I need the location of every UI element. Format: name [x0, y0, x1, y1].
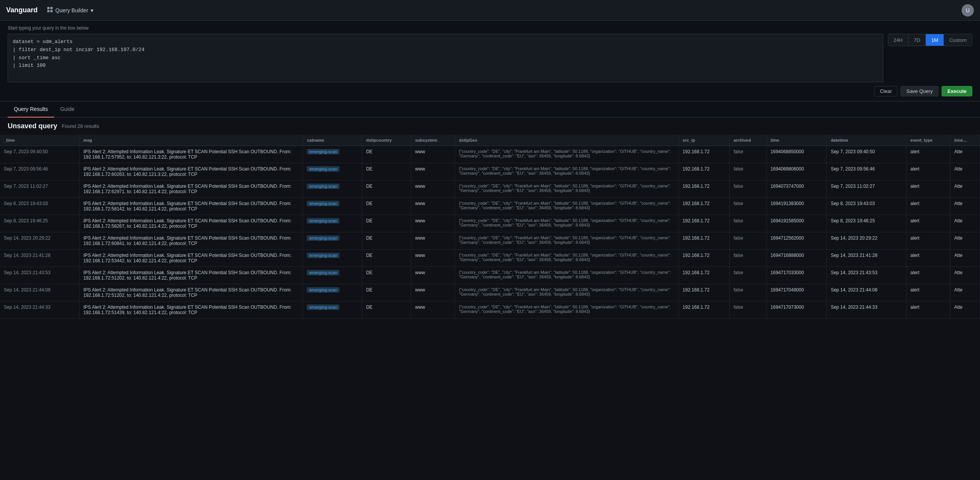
- time-range-buttons: 24H 7D 1M Custom: [888, 34, 972, 46]
- cell-archived: false: [730, 284, 766, 301]
- cell-catname: emerging-scan: [303, 163, 362, 180]
- tab-query-results[interactable]: Query Results: [8, 101, 54, 118]
- clear-button[interactable]: Clear: [874, 86, 897, 96]
- execute-button[interactable]: Execute: [942, 86, 972, 96]
- svg-rect-3: [50, 10, 53, 12]
- table-row[interactable]: Sep 7, 2023 09:40:50 IPS Alert 2: Attemp…: [0, 146, 980, 163]
- table-row[interactable]: Sep 14, 2023 21:41:28 IPS Alert 2: Attem…: [0, 249, 980, 266]
- cell-time2: 1694717073000: [766, 301, 827, 318]
- table-row[interactable]: Sep 14, 2023 21:44:08 IPS Alert 2: Attem…: [0, 284, 980, 301]
- time-btn-7d[interactable]: 7D: [909, 34, 926, 46]
- table-row[interactable]: Sep 14, 2023 21:44:33 IPS Alert 2: Attem…: [0, 301, 980, 318]
- cell-archived: false: [730, 232, 766, 249]
- table-row[interactable]: Sep 8, 2023 19:43:03 IPS Alert 2: Attemp…: [0, 197, 980, 215]
- cell-geo: {"country_code": "DE", "city": "Frankfur…: [455, 180, 679, 197]
- action-row: Clear Save Query Execute: [8, 86, 972, 96]
- cell-time2: 1694073747000: [766, 180, 827, 197]
- cell-event-type: alert: [906, 232, 950, 249]
- time-btn-custom[interactable]: Custom: [944, 34, 972, 46]
- table-row[interactable]: Sep 14, 2023 20:29:22 IPS Alert 2: Attem…: [0, 232, 980, 249]
- col-msg: msg: [79, 135, 303, 146]
- cell-msg: IPS Alert 2: Attempted Information Leak.…: [79, 232, 303, 249]
- cell-msg: IPS Alert 2: Attempted Information Leak.…: [79, 215, 303, 232]
- cell-subsystem: www: [411, 249, 455, 266]
- col-dstipgeo: dstipGeo: [455, 135, 679, 146]
- cell-time: Sep 8, 2023 19:43:03: [0, 197, 79, 215]
- results-table-wrapper: _time msg catname dstipcountry subsystem…: [0, 135, 980, 319]
- cell-geo: {"country_code": "DE", "city": "Frankfur…: [455, 163, 679, 180]
- cell-inne: Atte: [950, 163, 980, 180]
- chevron-down-icon: ▾: [91, 7, 93, 13]
- cell-inne: Atte: [950, 301, 980, 318]
- cell-archived: false: [730, 301, 766, 318]
- cell-msg: IPS Alert 2: Attempted Information Leak.…: [79, 284, 303, 301]
- cell-subsystem: www: [411, 163, 455, 180]
- col-time: _time: [0, 135, 79, 146]
- top-nav: Vanguard Query Builder ▾ U: [0, 0, 980, 21]
- cell-msg: IPS Alert 2: Attempted Information Leak.…: [79, 301, 303, 318]
- cell-src-ip: 192.168.1.72: [679, 163, 730, 180]
- col-time2: time: [766, 135, 827, 146]
- cell-geo: {"country_code": "DE", "city": "Frankfur…: [455, 232, 679, 249]
- table-row[interactable]: Sep 7, 2023 11:02:27 IPS Alert 2: Attemp…: [0, 180, 980, 197]
- cell-msg: IPS Alert 2: Attempted Information Leak.…: [79, 180, 303, 197]
- time-btn-1m[interactable]: 1M: [926, 34, 944, 46]
- cell-catname: emerging-scan: [303, 197, 362, 215]
- query-input[interactable]: dataset = udm_alerts | filter dest_ip no…: [8, 34, 883, 82]
- cell-src-ip: 192.168.1.72: [679, 232, 730, 249]
- results-header: Unsaved query Found 28 results: [0, 118, 980, 135]
- cell-time: Sep 14, 2023 21:44:33: [0, 301, 79, 318]
- cell-catname: emerging-scan: [303, 232, 362, 249]
- cell-catname: emerging-scan: [303, 180, 362, 197]
- cell-datetime: Sep 7, 2023 09:56:46: [827, 163, 906, 180]
- cell-msg: IPS Alert 2: Attempted Information Leak.…: [79, 266, 303, 284]
- svg-rect-2: [47, 10, 50, 12]
- cell-event-type: alert: [906, 180, 950, 197]
- cell-geo: {"country_code": "DE", "city": "Frankfur…: [455, 215, 679, 232]
- cell-event-type: alert: [906, 249, 950, 266]
- table-row[interactable]: Sep 8, 2023 19:46:25 IPS Alert 2: Attemp…: [0, 215, 980, 232]
- cell-inne: Atte: [950, 266, 980, 284]
- tab-guide[interactable]: Guide: [54, 101, 81, 118]
- cell-country: DE: [362, 232, 411, 249]
- cell-src-ip: 192.168.1.72: [679, 197, 730, 215]
- cell-inne: Atte: [950, 232, 980, 249]
- svg-rect-1: [50, 7, 53, 9]
- col-src-ip: src_ip: [679, 135, 730, 146]
- cell-time: Sep 14, 2023 21:41:28: [0, 249, 79, 266]
- time-btn-24h[interactable]: 24H: [888, 34, 909, 46]
- found-results-badge: Found 28 results: [62, 123, 99, 129]
- results-table: _time msg catname dstipcountry subsystem…: [0, 135, 980, 319]
- query-builder-nav[interactable]: Query Builder ▾: [47, 7, 93, 14]
- cell-src-ip: 192.168.1.72: [679, 266, 730, 284]
- cell-datetime: Sep 14, 2023 21:44:33: [827, 301, 906, 318]
- cell-time2: 1694068850000: [766, 146, 827, 163]
- cell-event-type: alert: [906, 197, 950, 215]
- cell-datetime: Sep 14, 2023 21:41:28: [827, 249, 906, 266]
- cell-archived: false: [730, 180, 766, 197]
- table-row[interactable]: Sep 7, 2023 09:56:46 IPS Alert 2: Attemp…: [0, 163, 980, 180]
- save-query-button[interactable]: Save Query: [901, 86, 939, 96]
- cell-src-ip: 192.168.1.72: [679, 146, 730, 163]
- cell-msg: IPS Alert 2: Attempted Information Leak.…: [79, 197, 303, 215]
- cell-time: Sep 7, 2023 09:56:46: [0, 163, 79, 180]
- cell-src-ip: 192.168.1.72: [679, 249, 730, 266]
- results-tbody: Sep 7, 2023 09:40:50 IPS Alert 2: Attemp…: [0, 146, 980, 318]
- table-row[interactable]: Sep 14, 2023 21:43:53 IPS Alert 2: Attem…: [0, 266, 980, 284]
- cell-archived: false: [730, 146, 766, 163]
- cell-inne: Atte: [950, 215, 980, 232]
- col-catname: catname: [303, 135, 362, 146]
- cell-country: DE: [362, 163, 411, 180]
- cell-time2: 1694716888000: [766, 249, 827, 266]
- cell-country: DE: [362, 301, 411, 318]
- cell-geo: {"country_code": "DE", "city": "Frankfur…: [455, 301, 679, 318]
- cell-catname: emerging-scan: [303, 146, 362, 163]
- svg-rect-0: [47, 7, 50, 9]
- cell-catname: emerging-scan: [303, 284, 362, 301]
- avatar[interactable]: U: [962, 4, 974, 17]
- cell-src-ip: 192.168.1.72: [679, 284, 730, 301]
- cell-time: Sep 14, 2023 21:44:08: [0, 284, 79, 301]
- cell-country: DE: [362, 180, 411, 197]
- cell-datetime: Sep 14, 2023 20:29:22: [827, 232, 906, 249]
- query-builder-label: Query Builder: [55, 7, 88, 13]
